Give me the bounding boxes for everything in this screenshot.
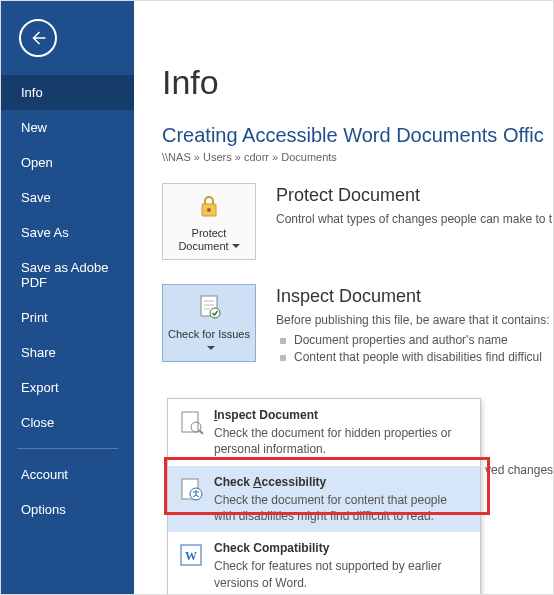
document-title: Creating Accessible Word Documents Offic [162, 124, 553, 147]
page-heading: Info [162, 63, 553, 102]
arrow-left-icon [29, 29, 47, 47]
svg-point-1 [207, 208, 211, 212]
sidebar-item-info[interactable]: Info [1, 75, 134, 110]
document-path: \\NAS » Users » cdorr » Documents [162, 151, 553, 163]
back-button[interactable] [19, 19, 57, 57]
menu-item-title: Check Compatibility [214, 540, 470, 556]
lock-icon [194, 192, 224, 220]
protect-tile-label: Protect Document [178, 227, 228, 252]
svg-text:W: W [185, 549, 197, 563]
protect-document-section: Protect Document Protect Document Contro… [162, 183, 553, 260]
sidebar-item-export[interactable]: Export [1, 370, 134, 405]
svg-line-6 [199, 430, 203, 434]
check-compatibility-icon: W [178, 542, 206, 571]
menu-item-check-accessibility[interactable]: Check AccessibilityCheck the document fo… [168, 466, 480, 533]
menu-item-desc: Check the document for hidden properties… [214, 426, 451, 456]
check-for-issues-button[interactable]: Check for Issues [162, 284, 256, 361]
sidebar-item-account[interactable]: Account [1, 457, 134, 492]
sidebar-separator [17, 448, 118, 449]
sidebar-item-options[interactable]: Options [1, 492, 134, 527]
sidebar-item-new[interactable]: New [1, 110, 134, 145]
dropdown-icon [229, 240, 240, 252]
sidebar-item-print[interactable]: Print [1, 300, 134, 335]
inspect-bullet: Content that people with disabilities fi… [276, 350, 553, 364]
inspect-title: Inspect Document [276, 286, 553, 307]
inspect-document-section: Check for Issues Inspect Document Before… [162, 284, 553, 367]
menu-item-inspect-document[interactable]: Inspect DocumentCheck the document for h… [168, 399, 480, 466]
check-accessibility-icon [178, 476, 206, 505]
menu-item-title: Inspect Document [214, 407, 470, 423]
sidebar-item-save-as-adobe-pdf[interactable]: Save as Adobe PDF [1, 250, 134, 300]
sidebar-item-share[interactable]: Share [1, 335, 134, 370]
protect-document-button[interactable]: Protect Document [162, 183, 256, 260]
svg-point-3 [210, 308, 220, 318]
menu-item-check-compatibility[interactable]: WCheck CompatibilityCheck for features n… [168, 532, 480, 595]
inspect-bullet: Document properties and author's name [276, 333, 553, 347]
unsaved-changes-text: ved changes. [485, 463, 554, 477]
protect-title: Protect Document [276, 185, 553, 206]
menu-item-desc: Check for features not supported by earl… [214, 559, 441, 589]
menu-item-title: Check Accessibility [214, 474, 470, 490]
sidebar-item-open[interactable]: Open [1, 145, 134, 180]
dropdown-icon [204, 342, 215, 354]
sidebar-item-save[interactable]: Save [1, 180, 134, 215]
menu-item-desc: Check the document for content that peop… [214, 493, 447, 523]
backstage-sidebar: InfoNewOpenSaveSave AsSave as Adobe PDFP… [1, 1, 134, 594]
sidebar-item-save-as[interactable]: Save As [1, 215, 134, 250]
inspect-document-icon [178, 409, 206, 438]
sidebar-item-close[interactable]: Close [1, 405, 134, 440]
document-check-icon [194, 293, 224, 321]
inspect-tile-label: Check for Issues [168, 328, 250, 340]
inspect-desc: Before publishing this file, be aware th… [276, 313, 553, 327]
check-for-issues-menu: Inspect DocumentCheck the document for h… [167, 398, 481, 595]
protect-desc: Control what types of changes people can… [276, 212, 553, 226]
app-window: Creating Accessible W InfoNewOpenSaveSav… [0, 0, 554, 595]
